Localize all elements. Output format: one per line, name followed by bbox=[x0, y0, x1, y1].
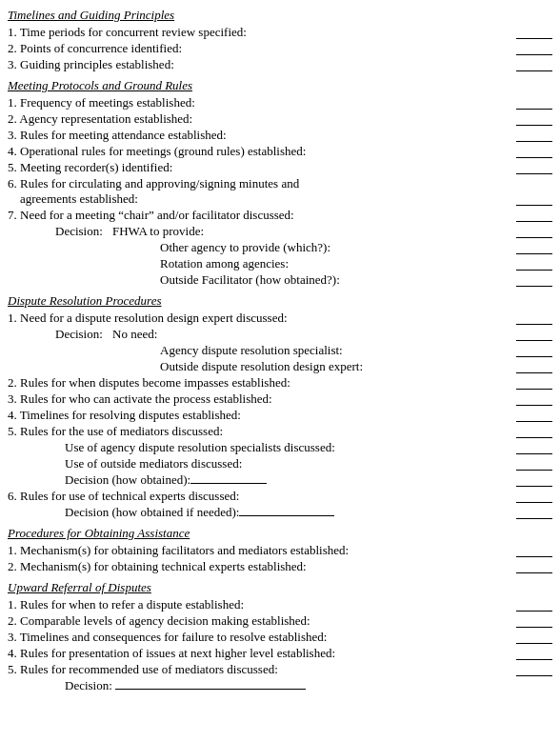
section-title-timelines: Timelines and Guiding Principles bbox=[8, 8, 552, 23]
list-item: 1. Need for a dispute resolution design … bbox=[8, 311, 552, 326]
list-item: Decision (how obtained if needed): bbox=[65, 505, 552, 520]
list-item: 1. Time periods for concurrent review sp… bbox=[8, 25, 552, 40]
list-item: 2. Rules for when disputes become impass… bbox=[8, 375, 552, 391]
section-title-meeting: Meeting Protocols and Ground Rules bbox=[8, 78, 552, 93]
list-item: 3. Rules for meeting attendance establis… bbox=[8, 128, 552, 143]
list-item: Rotation among agencies: bbox=[55, 256, 552, 271]
section-title-dispute: Dispute Resolution Procedures bbox=[8, 293, 552, 309]
list-item: Decision: bbox=[65, 678, 552, 693]
list-item: 1. Rules for when to refer a dispute est… bbox=[8, 597, 552, 612]
sub-items-d1: Decision:No need: Agency dispute resolut… bbox=[55, 327, 552, 374]
list-item: 1. Frequency of meetings established: bbox=[8, 95, 552, 110]
list-item: 1. Mechanism(s) for obtaining facilitato… bbox=[8, 543, 552, 558]
list-item: 2. Comparable levels of agency decision … bbox=[8, 613, 552, 629]
section-upward: Upward Referral of Disputes 1. Rules for… bbox=[8, 580, 552, 693]
list-item: Decision:No need: bbox=[55, 327, 552, 342]
list-item: 6. Rules for use of technical experts di… bbox=[8, 489, 552, 504]
list-item: Decision:FHWA to provide: bbox=[55, 224, 552, 239]
list-item: Use of outside mediators discussed: bbox=[65, 456, 552, 471]
list-item: 3. Timelines and consequences for failur… bbox=[8, 630, 552, 645]
sub-item-u5: Decision: bbox=[65, 678, 552, 693]
list-item: 3. Guiding principles established: bbox=[8, 57, 552, 72]
list-item: Decision (how obtained): bbox=[65, 472, 552, 488]
list-item: 4. Rules for presentation of issues at n… bbox=[8, 646, 552, 661]
list-item: 2. Points of concurrence identified: bbox=[8, 41, 552, 56]
list-item: 7. Need for a meeting “chair” and/or fac… bbox=[8, 208, 552, 223]
list-item: 2. Agency representation established: bbox=[8, 111, 552, 127]
list-item: 3. Rules for who can activate the proces… bbox=[8, 391, 552, 407]
list-item: 6. Rules for circulating and approving/s… bbox=[8, 176, 552, 207]
list-item: Agency dispute resolution specialist: bbox=[55, 343, 552, 358]
list-item: Outside dispute resolution design expert… bbox=[55, 359, 552, 374]
section-dispute: Dispute Resolution Procedures 1. Need fo… bbox=[8, 293, 552, 520]
section-title-upward: Upward Referral of Disputes bbox=[8, 580, 552, 595]
list-item: 2. Mechanism(s) for obtaining technical … bbox=[8, 559, 552, 574]
section-timelines: Timelines and Guiding Principles 1. Time… bbox=[8, 8, 552, 72]
list-item: 5. Meeting recorder(s) identified: bbox=[8, 160, 552, 175]
section-title-procedures: Procedures for Obtaining Assistance bbox=[8, 526, 552, 541]
list-item: Use of agency dispute resolution special… bbox=[65, 440, 552, 455]
list-item: 4. Timelines for resolving disputes esta… bbox=[8, 408, 552, 423]
sub-items-d5: Use of agency dispute resolution special… bbox=[65, 440, 552, 488]
list-item: 5. Rules for recommended use of mediator… bbox=[8, 662, 552, 677]
section-procedures: Procedures for Obtaining Assistance 1. M… bbox=[8, 526, 552, 574]
page: Timelines and Guiding Principles 1. Time… bbox=[8, 8, 552, 693]
sub-items-7: Decision:FHWA to provide: Other agency t… bbox=[55, 224, 552, 288]
list-item: 4. Operational rules for meetings (groun… bbox=[8, 144, 552, 159]
list-item: Other agency to provide (which?): bbox=[55, 240, 552, 255]
list-item: 5. Rules for the use of mediators discus… bbox=[8, 424, 552, 439]
sub-item-d6: Decision (how obtained if needed): bbox=[65, 505, 552, 520]
list-item: Outside Facilitator (how obtained?): bbox=[55, 272, 552, 288]
section-meeting: Meeting Protocols and Ground Rules 1. Fr… bbox=[8, 78, 552, 288]
